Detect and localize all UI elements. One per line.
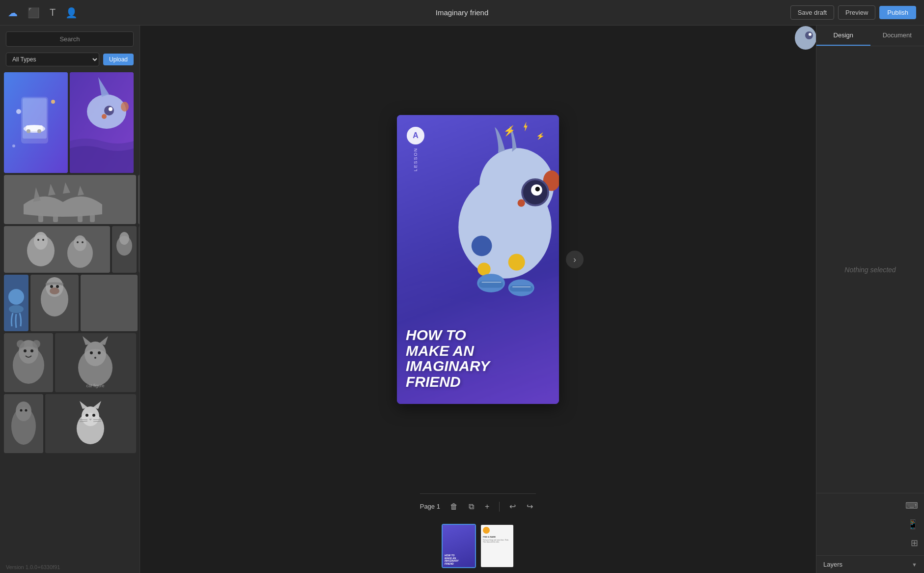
svg-point-79: [92, 414, 95, 417]
topbar-right: Save draft Preview Publish: [790, 5, 916, 20]
list-item[interactable]: [81, 275, 138, 331]
slide-wrapper: ⚡ ⚡ ⚡ A Lesson: [397, 115, 559, 404]
mobile-icon-button[interactable]: 📱: [905, 517, 920, 532]
preview-button[interactable]: Preview: [838, 5, 875, 20]
image-tile-13: [4, 394, 43, 453]
svg-point-6: [37, 129, 41, 133]
publish-button[interactable]: Publish: [879, 6, 916, 19]
thumbnail-1[interactable]: HOW TOMAKE ANIMAGINARYFRIEND: [442, 524, 476, 568]
list-item[interactable]: [4, 226, 110, 273]
thumb-2-avatar: [483, 527, 490, 534]
grid-row-4: [4, 275, 136, 331]
svg-rect-17: [38, 213, 43, 222]
svg-point-47: [8, 289, 24, 305]
list-item[interactable]: [70, 72, 134, 173]
list-item[interactable]: [4, 175, 136, 224]
svg-point-36: [82, 241, 84, 243]
layers-chevron-icon: ▼: [912, 562, 917, 568]
svg-point-59: [17, 340, 25, 348]
lightning-bolt-1: ⚡: [503, 125, 516, 137]
image-tile-14: [45, 394, 136, 453]
svg-point-66: [90, 351, 93, 354]
thumb-2-text: Find your things and name them. Think. T…: [483, 539, 511, 543]
thumbnails-row: HOW TOMAKE ANIMAGINARYFRIEND FIND & NAME…: [432, 519, 524, 573]
thumbnail-2[interactable]: FIND & NAME Find your things and name th…: [480, 524, 514, 568]
svg-point-9: [12, 144, 15, 147]
text-icon[interactable]: T: [50, 7, 56, 18]
right-bottom-icons: ⌨ 📱 ⊞: [816, 493, 924, 555]
svg-point-30: [34, 232, 48, 250]
add-page-button[interactable]: +: [482, 500, 492, 513]
svg-rect-97: [509, 286, 532, 291]
tab-document[interactable]: Document: [870, 26, 924, 46]
grid-icon-button[interactable]: ⊞: [909, 536, 920, 550]
delete-page-button[interactable]: 🗑: [447, 500, 461, 513]
layers-panel-header[interactable]: Layers ▼: [816, 555, 924, 573]
list-item[interactable]: [4, 72, 68, 173]
list-item[interactable]: [4, 394, 43, 453]
svg-rect-20: [90, 213, 95, 222]
list-item[interactable]: [112, 226, 137, 273]
image-tile-11: [4, 333, 53, 392]
list-item[interactable]: [139, 226, 140, 273]
tab-design[interactable]: Design: [816, 26, 870, 46]
list-item[interactable]: [138, 175, 140, 224]
user-add-icon[interactable]: 👤: [65, 7, 78, 19]
image-tile-7: [139, 226, 140, 273]
svg-point-92: [477, 262, 491, 276]
svg-point-90: [518, 200, 525, 207]
svg-point-61: [24, 349, 27, 352]
undo-button[interactable]: ↩: [506, 500, 519, 513]
type-filter-select[interactable]: All Types: [6, 53, 99, 66]
grid-row-2: [4, 175, 136, 224]
svg-point-93: [508, 254, 525, 270]
lesson-text: Lesson: [413, 147, 418, 172]
slide[interactable]: ⚡ ⚡ ⚡ A Lesson: [397, 115, 559, 404]
lesson-badge: A Lesson: [407, 127, 424, 172]
page-title: Imaginary friend: [436, 8, 489, 17]
image-tile-2: [70, 72, 134, 173]
canvas-container: ⚡ ⚡ ⚡ A Lesson: [140, 26, 816, 493]
duplicate-page-button[interactable]: ⧉: [466, 500, 477, 513]
grid-row-1: [4, 72, 136, 173]
creature-illustration: [444, 125, 559, 302]
list-item[interactable]: [4, 333, 53, 392]
svg-point-53: [56, 285, 59, 288]
search-input[interactable]: [6, 31, 134, 47]
image-tile-10: [81, 275, 138, 331]
version-text: Version 1.0.0+6330f91: [0, 561, 140, 573]
right-panel: Design Document Nothing selected ⌨ 📱 ⊞ L…: [816, 26, 924, 573]
cloud-icon[interactable]: ☁: [8, 7, 18, 19]
svg-point-54: [50, 287, 59, 294]
page-label: Page 1: [420, 503, 440, 510]
bottom-toolbar: Page 1 🗑 ⧉ + ↩ ↪: [420, 493, 536, 519]
image-grid: cat figure: [0, 70, 140, 561]
svg-point-62: [30, 349, 33, 352]
list-item[interactable]: cat figure: [55, 333, 136, 392]
grid-row-5: cat figure: [4, 333, 136, 392]
image-tile-8: [4, 275, 28, 331]
main-layout: All Types Upload: [0, 26, 924, 573]
svg-point-89: [535, 187, 540, 191]
redo-button[interactable]: ↪: [524, 500, 536, 513]
toolbar-divider: [499, 502, 500, 512]
svg-point-67: [98, 351, 101, 354]
layers-label: Layers: [823, 561, 842, 568]
list-item[interactable]: [30, 275, 79, 331]
next-slide-button[interactable]: ›: [566, 251, 584, 268]
list-item[interactable]: [45, 394, 136, 453]
svg-rect-18: [53, 213, 58, 222]
svg-point-13: [109, 107, 112, 111]
keyboard-icon-button[interactable]: ⌨: [903, 498, 920, 513]
filter-row: All Types Upload: [0, 51, 140, 70]
upload-button[interactable]: Upload: [103, 54, 134, 65]
save-draft-button[interactable]: Save draft: [790, 5, 834, 20]
svg-point-34: [74, 235, 86, 251]
image-tile-5: [4, 226, 110, 273]
image-tile-3: [4, 175, 136, 224]
svg-rect-19: [78, 213, 83, 222]
list-item[interactable]: [4, 275, 28, 331]
svg-point-65: [84, 342, 106, 366]
image-icon[interactable]: ⬛: [28, 7, 40, 19]
topbar-left: ☁ ⬛ T 👤: [8, 7, 145, 19]
